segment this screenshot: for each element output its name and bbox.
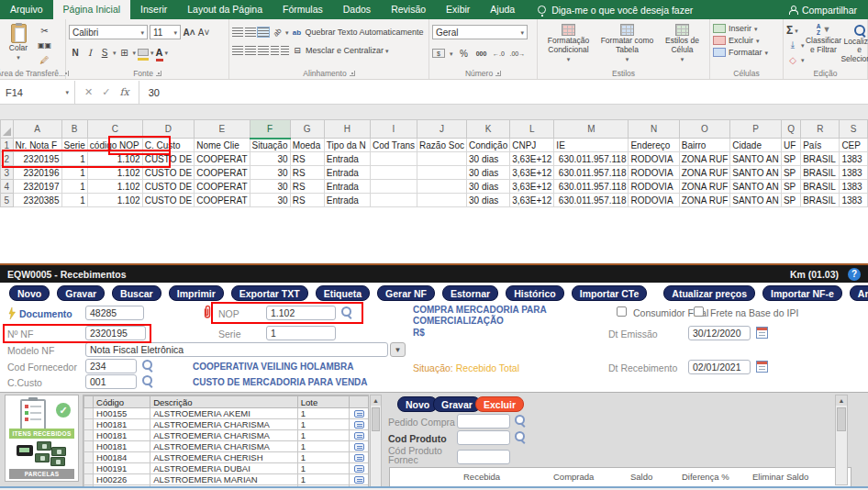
fill-color-button[interactable] xyxy=(138,49,149,56)
cell-N4[interactable]: RODOVIA xyxy=(629,180,679,194)
format-as-table-button[interactable]: Formatar como Tabela ▾ xyxy=(598,22,656,66)
cell-R2[interactable]: BRASIL xyxy=(801,152,840,166)
cell-R5[interactable]: BRASIL xyxy=(801,194,840,207)
comment-icon[interactable] xyxy=(354,432,364,440)
cell-E5[interactable]: COOPERAT xyxy=(195,194,250,207)
documento-input[interactable]: 48285 xyxy=(85,306,144,320)
nop-search-icon[interactable] xyxy=(340,306,352,318)
scrollbar-thumb[interactable] xyxy=(372,407,380,431)
column-header-S[interactable]: S xyxy=(840,120,868,139)
cell-B3[interactable]: 1 xyxy=(61,166,87,180)
cell-I1[interactable]: Cod Trans xyxy=(370,139,417,152)
item-row-4[interactable]: H00181ALSTROEMERIA CHARISMA1 xyxy=(84,441,370,452)
cell-R1[interactable]: País xyxy=(801,139,840,152)
row-header-1[interactable]: 1 xyxy=(1,139,14,152)
toolbar-etiqueta[interactable]: Etiqueta xyxy=(316,285,370,301)
item-descricao[interactable]: ALSTROEMERIA CHARISMA xyxy=(150,441,298,452)
item-codigo[interactable]: H00181 xyxy=(94,441,150,452)
item-row-3[interactable]: H00181ALSTROEMERIA CHARISMA1 xyxy=(84,430,370,441)
item-lote[interactable]: 1 xyxy=(297,474,349,485)
parcelas-icon[interactable] xyxy=(17,441,70,467)
cell-B5[interactable]: 1 xyxy=(61,194,87,207)
row-header-3[interactable]: 3 xyxy=(1,166,14,180)
cell-P1[interactable]: Cidade xyxy=(730,139,782,152)
comment-icon[interactable] xyxy=(354,443,364,451)
column-header-C[interactable]: C xyxy=(87,120,142,139)
cell-Q3[interactable]: SP xyxy=(781,166,800,180)
ribbon-tab-arquivo[interactable]: Arquivo xyxy=(0,0,53,19)
item-row-5[interactable]: H00184ALSTROEMERIA CHERISH1 xyxy=(84,452,370,463)
cell-A5[interactable]: 2320385 xyxy=(13,194,61,207)
detail-novo-button[interactable]: Novo xyxy=(397,396,438,412)
align-middle-button[interactable] xyxy=(245,28,256,37)
column-header-H[interactable]: H xyxy=(324,120,370,139)
wrap-text-button[interactable]: Quebrar Texto Automaticamente xyxy=(306,28,424,37)
column-header-O[interactable]: O xyxy=(679,120,730,139)
frete-ipi-checkbox[interactable] xyxy=(694,306,704,317)
ribbon-tab-layout-da-página[interactable]: Layout da Página xyxy=(177,0,273,19)
toolbar-gravar[interactable]: Gravar xyxy=(57,285,105,301)
cell-B2[interactable]: 1 xyxy=(61,152,87,166)
borders-caret-icon[interactable]: ▾ xyxy=(133,50,137,56)
cell-C3[interactable]: 1.102 xyxy=(87,166,142,180)
cell-M3[interactable]: 630.011.957.118 xyxy=(554,166,629,180)
share-button[interactable]: Compartilhar xyxy=(788,0,868,19)
ccusto-search-icon[interactable] xyxy=(141,375,153,387)
cell-styles-button[interactable]: Estilos de Célula ▾ xyxy=(658,22,707,66)
underline-caret-icon[interactable]: ▾ xyxy=(113,50,117,56)
insert-caret-icon[interactable]: ▾ xyxy=(754,26,758,32)
cell-F4[interactable]: 30 xyxy=(250,180,290,194)
font-color-caret-icon[interactable]: ▾ xyxy=(165,50,169,56)
find-select-button[interactable]: Localizar e Selecionar xyxy=(843,22,868,66)
row-header-5[interactable]: 5 xyxy=(1,194,14,207)
row-header-2[interactable]: 2 xyxy=(1,152,14,166)
cell-H5[interactable]: Entrada xyxy=(324,194,370,207)
ribbon-tab-exibir[interactable]: Exibir xyxy=(436,0,480,19)
column-header-F[interactable]: F xyxy=(250,120,290,139)
cell-N3[interactable]: RODOVIA xyxy=(629,166,679,180)
cell-R3[interactable]: BRASIL xyxy=(801,166,840,180)
number-format-select[interactable]: Geral▾ xyxy=(432,25,528,39)
cell-G5[interactable]: RS xyxy=(290,194,324,207)
comment-icon[interactable] xyxy=(354,410,364,418)
cell-P3[interactable]: SANTO AN xyxy=(730,166,782,180)
nop-input[interactable]: 1.102 xyxy=(266,306,336,320)
cell-F1[interactable]: Situação xyxy=(250,139,290,152)
cell-S5[interactable]: 1383 xyxy=(840,194,868,207)
detail-excluir-button[interactable]: Excluir xyxy=(475,396,524,412)
cell-N1[interactable]: Endereço xyxy=(629,139,679,152)
ribbon-tab-revisão[interactable]: Revisão xyxy=(381,0,436,19)
font-size-select[interactable]: 11▾ xyxy=(150,25,181,39)
cell-A1[interactable]: Nr. Nota F xyxy=(13,139,61,152)
dt-recebimento-calendar-icon[interactable] xyxy=(756,361,768,373)
item-row-6[interactable]: H00191ALSTROEMERIA DUBAI1 xyxy=(84,463,370,474)
cell-B4[interactable]: 1 xyxy=(61,180,87,194)
cell-L3[interactable]: 3,63E+12 xyxy=(510,166,554,180)
row-selector[interactable] xyxy=(84,419,94,430)
item-codigo[interactable]: H00184 xyxy=(94,452,150,463)
underline-button[interactable]: S xyxy=(98,46,111,59)
cell-M4[interactable]: 630.011.957.118 xyxy=(554,180,629,194)
cell-O2[interactable]: ZONA RUF xyxy=(679,152,730,166)
item-descricao[interactable]: ALSTROEMERIA CHARISMA xyxy=(150,419,298,430)
column-header-E[interactable]: E xyxy=(195,120,250,139)
cell-B1[interactable]: Serie xyxy=(61,139,87,152)
spreadsheet[interactable]: ABCDEFGHIJKLMNOPQRS1Nr. Nota FSeriecódig… xyxy=(0,119,868,207)
cod-produto-fornec-input[interactable] xyxy=(457,450,510,464)
cell-P4[interactable]: SANTO AN xyxy=(730,180,782,194)
cell-J4[interactable] xyxy=(417,180,467,194)
align-top-button[interactable] xyxy=(232,28,243,37)
dt-emissao-input[interactable]: 30/12/2020 xyxy=(688,326,751,340)
confirm-entry-icon[interactable]: ✓ xyxy=(102,86,110,98)
cell-I3[interactable] xyxy=(370,166,417,180)
item-row-2[interactable]: H00181ALSTROEMERIA CHARISMA1 xyxy=(84,419,370,430)
modelo-nf-dropdown-icon[interactable]: ▼ xyxy=(390,342,406,357)
autosum-button[interactable]: Σ xyxy=(786,24,793,37)
dt-recebimento-input[interactable]: 02/01/2021 xyxy=(688,360,751,374)
cell-O1[interactable]: Bairro xyxy=(679,139,730,152)
borders-button[interactable]: ⊞ xyxy=(118,46,131,59)
fill-caret-icon[interactable]: ▾ xyxy=(150,50,154,56)
cell-P2[interactable]: SANTO AN xyxy=(730,152,782,166)
column-header-B[interactable]: B xyxy=(61,120,87,139)
orientation-button[interactable]: ab xyxy=(268,23,286,41)
